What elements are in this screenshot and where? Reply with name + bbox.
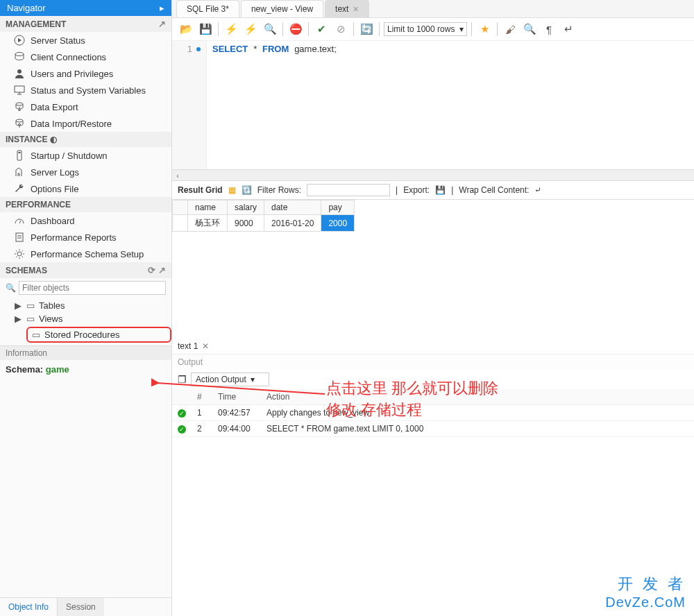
refresh-grid-icon[interactable]: 🔃 (242, 185, 252, 195)
rollback-button[interactable]: ⊘ (332, 21, 349, 37)
grid-row[interactable]: 杨玉环 9000 2016-01-20 2000 (173, 215, 355, 232)
expand-icon[interactable]: ↗ (158, 19, 166, 29)
expand-icon[interactable]: ▶ (14, 314, 22, 324)
editor-tabs: SQL File 3* new_view - View text✕ (172, 0, 694, 18)
information-header: Information (0, 345, 171, 360)
nav-performance-reports[interactable]: Performance Reports (0, 229, 171, 246)
nav-options-file[interactable]: Options File (0, 180, 171, 197)
connections-icon (14, 51, 25, 62)
find-button[interactable]: 🔍 (521, 21, 538, 37)
tab-new-view[interactable]: new_view - View (241, 0, 323, 17)
output-type-select[interactable]: Action Output ▾ (191, 373, 269, 386)
tab-object-info[interactable]: Object Info (0, 598, 57, 616)
schema-setup-icon (14, 248, 25, 259)
code-editor[interactable]: 1 SELECT * FROM game.text; (172, 41, 694, 169)
explain-button[interactable]: 🔍 (262, 21, 278, 37)
wrench-icon (14, 183, 25, 194)
execute-current-button[interactable]: ⚡ (242, 21, 259, 37)
search-icon: 🔍 (6, 283, 16, 293)
navigator-title: Navigator (7, 3, 46, 13)
nav-users-privileges[interactable]: Users and Privileges (0, 65, 171, 82)
nav-performance-schema-setup[interactable]: Performance Schema Setup (0, 246, 171, 262)
svg-rect-7 (19, 152, 21, 153)
col-salary[interactable]: salary (228, 200, 264, 215)
breakpoint-dot-icon (196, 47, 201, 51)
tab-sql-file[interactable]: SQL File 3* (176, 0, 239, 17)
result-grid[interactable]: name salary date pay 杨玉环 9000 2016-01-20… (172, 200, 355, 232)
folder-icon: ▭ (31, 330, 42, 340)
export-result-icon[interactable]: 💾 (435, 185, 446, 195)
navigator-collapse-icon[interactable]: ▸ (160, 3, 164, 13)
nav-server-status[interactable]: Server Status (0, 32, 171, 49)
scroll-left-icon[interactable]: ‹ (172, 171, 183, 180)
close-icon[interactable]: ✕ (353, 5, 359, 14)
expand-schemas-icon[interactable]: ↗ (158, 265, 166, 275)
schemas-filter: 🔍 (0, 278, 171, 298)
col-name[interactable]: name (188, 200, 228, 215)
instance-icon: ◐ (50, 135, 57, 144)
tab-session[interactable]: Session (57, 598, 104, 616)
col-date[interactable]: date (264, 200, 321, 215)
power-icon (14, 150, 25, 161)
nav-status-variables[interactable]: Status and System Variables (0, 82, 171, 99)
nav-data-export[interactable]: Data Export (0, 99, 171, 115)
nav-startup-shutdown[interactable]: Startup / Shutdown (0, 147, 171, 164)
grid-header-row: name salary date pay (173, 200, 355, 215)
grid-icon[interactable]: ▦ (228, 185, 236, 195)
save-file-button[interactable]: 💾 (197, 21, 214, 37)
result-toolbar: Result Grid ▦ 🔃 Filter Rows: | Export: 💾… (172, 180, 694, 200)
svg-rect-3 (15, 86, 24, 92)
output-header-row: # Time Action (172, 389, 694, 405)
refresh-icon[interactable]: ⟳ (148, 265, 155, 275)
beautify-button[interactable]: 🖌 (502, 21, 518, 37)
code-content[interactable]: SELECT * FROM game.text; (207, 41, 694, 169)
output-row[interactable]: ✓ 1 09:42:57 Apply changes to new_view (172, 405, 694, 421)
tree-views[interactable]: ▶▭Views (14, 312, 169, 325)
success-icon: ✓ (178, 409, 186, 418)
col-pay[interactable]: pay (321, 200, 355, 215)
filter-rows-input[interactable] (307, 184, 390, 196)
result-tab-label[interactable]: text 1 (178, 341, 198, 351)
svg-rect-8 (16, 233, 23, 241)
tree-stored-procedures[interactable]: ▭Stored Procedures (31, 330, 167, 340)
favorite-button[interactable]: ★ (476, 21, 493, 37)
tree-tables[interactable]: ▶▭Tables (14, 299, 169, 312)
selected-cell[interactable]: 2000 (321, 215, 355, 232)
commit-button[interactable]: ✔ (313, 21, 330, 37)
open-file-button[interactable]: 📂 (178, 21, 194, 37)
nav-dashboard[interactable]: Dashboard (0, 212, 171, 229)
result-grid-area: name salary date pay 杨玉环 9000 2016-01-20… (172, 200, 694, 339)
close-result-tab-icon[interactable]: ✕ (202, 341, 209, 351)
nav-data-import[interactable]: Data Import/Restore (0, 115, 171, 132)
wrap-button[interactable]: ↵ (560, 21, 577, 37)
navigator-sidebar: Navigator ▸ MANAGEMENT ↗ Server Status C… (0, 0, 172, 616)
main-area: SQL File 3* new_view - View text✕ 📂 💾 ⚡ … (172, 0, 694, 616)
editor-toolbar: 📂 💾 ⚡ ⚡ 🔍 ⛔ ✔ ⊘ 🔄 Limit to 1000 rows ▾ ★… (172, 18, 694, 41)
execute-button[interactable]: ⚡ (223, 21, 239, 37)
tree-stored-procedures-highlight: ▭Stored Procedures (26, 327, 171, 343)
svg-point-4 (16, 103, 23, 105)
sidebar-bottom-tabs: Object Info Session (0, 597, 171, 616)
output-tabs-icon[interactable]: ❐ (178, 374, 187, 385)
row-limit-select[interactable]: Limit to 1000 rows ▾ (384, 22, 467, 36)
editor-scrollbar[interactable]: ‹ (172, 169, 694, 180)
success-icon: ✓ (178, 425, 186, 434)
stop-button[interactable]: ⛔ (287, 21, 304, 37)
filter-objects-input[interactable] (19, 281, 166, 295)
wrap-cell-icon[interactable]: ⤶ (534, 185, 541, 195)
dashboard-icon (14, 215, 25, 226)
output-row[interactable]: ✓ 2 09:44:00 SELECT * FROM game.text LIM… (172, 421, 694, 437)
information-body: Schema: game (0, 360, 171, 379)
logs-icon (14, 166, 25, 178)
nav-server-logs[interactable]: Server Logs (0, 164, 171, 180)
svg-point-9 (17, 252, 22, 256)
tab-text[interactable]: text✕ (325, 0, 369, 17)
performance-header: PERFORMANCE (0, 197, 171, 212)
autocommit-button[interactable]: 🔄 (358, 21, 375, 37)
reports-icon (14, 232, 25, 243)
nav-client-connections[interactable]: Client Connections (0, 49, 171, 65)
line-gutter: 1 (172, 41, 207, 169)
svg-point-2 (17, 69, 22, 74)
expand-icon[interactable]: ▶ (14, 300, 22, 311)
toggle-invisible-button[interactable]: ¶ (541, 21, 557, 37)
